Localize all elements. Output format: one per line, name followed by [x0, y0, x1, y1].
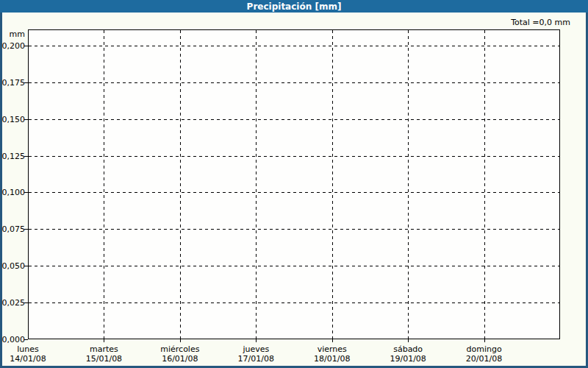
y-gridline — [29, 46, 559, 46]
x-axis-tick — [104, 339, 104, 342]
day-name-label: sábado — [368, 344, 448, 354]
x-gridline — [256, 30, 257, 339]
y-gridline — [29, 302, 559, 303]
chart-title-bar: Precipitación [mm] — [0, 0, 588, 13]
date-label: 20/01/08 — [444, 354, 525, 364]
date-label: 16/01/08 — [140, 354, 220, 364]
y-tick-label: 0,200 — [0, 41, 25, 51]
total-annotation: Total =0,0 mm — [511, 18, 570, 27]
y-axis-unit-label: mm — [0, 29, 25, 39]
date-label: 15/01/08 — [63, 354, 144, 364]
y-tick-label: 0,100 — [0, 188, 25, 197]
day-name-label: martes — [63, 344, 144, 354]
x-gridline — [180, 30, 181, 339]
date-label: 14/01/08 — [0, 354, 68, 364]
day-name-label: lunes — [0, 344, 68, 354]
y-gridline — [29, 156, 559, 157]
y-tick-label: 0,050 — [0, 261, 25, 271]
x-axis-tick — [484, 339, 485, 342]
x-tick-label: viernes18/01/08 — [292, 344, 373, 364]
day-name-label: jueves — [215, 344, 296, 354]
y-gridline — [29, 192, 559, 193]
y-tick-label: 0,150 — [0, 115, 25, 124]
x-gridline — [332, 30, 333, 339]
x-gridline — [104, 30, 104, 339]
day-name-label: viernes — [292, 344, 373, 354]
date-label: 17/01/08 — [215, 354, 296, 364]
y-tick-label: 0,075 — [0, 224, 25, 234]
day-name-label: miércoles — [140, 344, 220, 354]
x-gridline — [408, 30, 409, 339]
x-tick-label: sábado19/01/08 — [368, 344, 448, 364]
y-gridline — [29, 266, 559, 266]
y-gridline — [29, 229, 559, 230]
x-gridline — [484, 30, 485, 339]
x-axis-tick — [408, 339, 409, 342]
y-tick-label: 0,125 — [0, 152, 25, 161]
x-tick-label: miércoles16/01/08 — [140, 344, 220, 364]
x-tick-label: jueves17/01/08 — [215, 344, 296, 364]
x-tick-label: domingo20/01/08 — [444, 344, 525, 364]
chart-title: Precipitación [mm] — [247, 1, 342, 12]
y-tick-label: 0,000 — [0, 335, 25, 344]
x-tick-label: lunes14/01/08 — [0, 344, 68, 364]
y-tick-label: 0,175 — [0, 78, 25, 88]
x-axis-tick — [180, 339, 181, 342]
x-axis-tick — [332, 339, 333, 342]
day-name-label: domingo — [444, 344, 525, 354]
date-label: 18/01/08 — [292, 354, 373, 364]
chart-window: Precipitación [mm] Total =0,0 mm mm 0,00… — [0, 0, 588, 368]
date-label: 19/01/08 — [368, 354, 448, 364]
y-gridline — [29, 119, 559, 120]
x-tick-label: martes15/01/08 — [63, 344, 144, 364]
y-gridline — [29, 82, 559, 83]
plot-area — [28, 29, 560, 339]
x-axis-tick — [256, 339, 257, 342]
y-tick-label: 0,025 — [0, 298, 25, 308]
